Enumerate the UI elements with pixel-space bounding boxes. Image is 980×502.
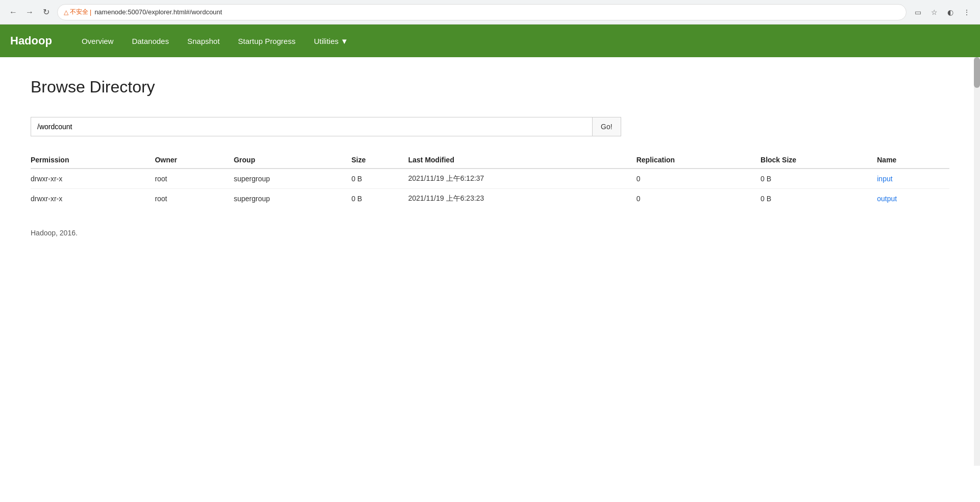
cell-owner-1: root bbox=[155, 169, 234, 189]
cell-group-1: supergroup bbox=[234, 169, 351, 189]
page-title: Browse Directory bbox=[31, 78, 949, 97]
nav-link-snapshot[interactable]: Snapshot bbox=[178, 33, 229, 50]
col-replication: Replication bbox=[636, 152, 761, 169]
utilities-dropdown-arrow: ▼ bbox=[340, 37, 348, 45]
cell-block-size-1: 0 B bbox=[761, 169, 877, 189]
forward-button[interactable]: → bbox=[22, 5, 37, 19]
cell-size-2: 0 B bbox=[351, 189, 408, 209]
col-owner: Owner bbox=[155, 152, 234, 169]
reload-button[interactable]: ↻ bbox=[39, 5, 53, 19]
table-row: drwxr-xr-x root supergroup 0 B 2021/11/1… bbox=[31, 189, 949, 209]
cast-button[interactable]: ▭ bbox=[911, 5, 925, 19]
col-last-modified: Last Modified bbox=[408, 152, 636, 169]
scrollbar[interactable] bbox=[974, 57, 980, 466]
path-row: Go! bbox=[31, 117, 949, 136]
menu-button[interactable]: ⋮ bbox=[960, 5, 974, 19]
cell-last-modified-2: 2021/11/19 上午6:23:23 bbox=[408, 189, 636, 209]
bookmark-button[interactable]: ☆ bbox=[927, 5, 941, 19]
cell-permission-2: drwxr-xr-x bbox=[31, 189, 155, 209]
table-row: drwxr-xr-x root supergroup 0 B 2021/11/1… bbox=[31, 169, 949, 189]
nav-link-utilities[interactable]: Utilities ▼ bbox=[305, 33, 357, 50]
table-body: drwxr-xr-x root supergroup 0 B 2021/11/1… bbox=[31, 169, 949, 208]
profile-button[interactable]: ◐ bbox=[943, 5, 958, 19]
browser-actions: ▭ ☆ ◐ ⋮ bbox=[911, 5, 974, 19]
navbar-brand: Hadoop bbox=[10, 34, 52, 47]
col-block-size: Block Size bbox=[761, 152, 877, 169]
page-container: Browse Directory Go! Permission Owner Gr… bbox=[0, 57, 980, 466]
cell-size-1: 0 B bbox=[351, 169, 408, 189]
cell-name-2[interactable]: output bbox=[877, 189, 949, 209]
go-button[interactable]: Go! bbox=[592, 117, 621, 136]
col-name: Name bbox=[877, 152, 949, 169]
cell-block-size-2: 0 B bbox=[761, 189, 877, 209]
cell-replication-1: 0 bbox=[636, 169, 761, 189]
browser-chrome: ← → ↻ △ 不安全 | namenode:50070/explorer.ht… bbox=[0, 0, 980, 25]
cell-permission-1: drwxr-xr-x bbox=[31, 169, 155, 189]
nav-link-datanodes[interactable]: Datanodes bbox=[122, 33, 178, 50]
security-warning: △ 不安全 | bbox=[64, 8, 91, 16]
back-button[interactable]: ← bbox=[6, 5, 20, 19]
cell-group-2: supergroup bbox=[234, 189, 351, 209]
cell-name-1[interactable]: input bbox=[877, 169, 949, 189]
table-header-row: Permission Owner Group Size Last Modifie… bbox=[31, 152, 949, 169]
name-link-output[interactable]: output bbox=[877, 195, 897, 203]
col-group: Group bbox=[234, 152, 351, 169]
directory-table: Permission Owner Group Size Last Modifie… bbox=[31, 152, 949, 208]
address-bar: △ 不安全 | namenode:50070/explorer.html#/wo… bbox=[57, 4, 906, 20]
main-content: Browse Directory Go! Permission Owner Gr… bbox=[0, 57, 980, 466]
cell-replication-2: 0 bbox=[636, 189, 761, 209]
nav-link-startup-progress[interactable]: Startup Progress bbox=[229, 33, 305, 50]
navbar-links: Overview Datanodes Snapshot Startup Prog… bbox=[72, 33, 357, 50]
table-header: Permission Owner Group Size Last Modifie… bbox=[31, 152, 949, 169]
path-input[interactable] bbox=[31, 117, 592, 136]
cell-owner-2: root bbox=[155, 189, 234, 209]
cell-last-modified-1: 2021/11/19 上午6:12:37 bbox=[408, 169, 636, 189]
nav-link-overview[interactable]: Overview bbox=[72, 33, 123, 50]
name-link-input[interactable]: input bbox=[877, 175, 892, 183]
navbar: Hadoop Overview Datanodes Snapshot Start… bbox=[0, 25, 980, 57]
browser-nav-buttons: ← → ↻ bbox=[6, 5, 53, 19]
scrollbar-thumb[interactable] bbox=[974, 57, 980, 88]
col-size: Size bbox=[351, 152, 408, 169]
col-permission: Permission bbox=[31, 152, 155, 169]
url-text: namenode:50070/explorer.html#/wordcount bbox=[94, 8, 222, 16]
footer: Hadoop, 2016. bbox=[31, 229, 949, 237]
